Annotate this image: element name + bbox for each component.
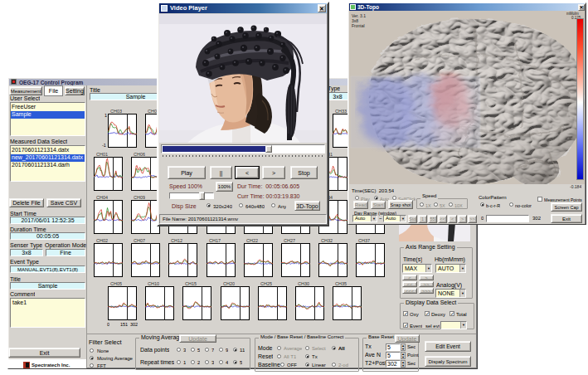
svg-text:Frontal: Frontal [352, 23, 365, 28]
